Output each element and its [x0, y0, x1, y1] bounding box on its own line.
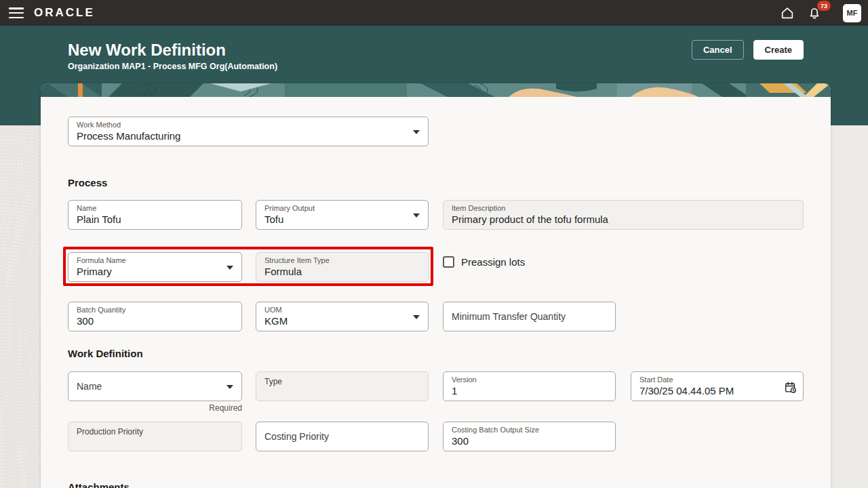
- user-avatar[interactable]: MF: [843, 4, 861, 22]
- work-method-select[interactable]: Work Method Process Manufacturing: [68, 117, 429, 146]
- notification-count-badge: 73: [817, 1, 831, 11]
- primary-output-select[interactable]: Primary Output Tofu: [256, 200, 429, 230]
- costing-priority-input[interactable]: Costing Priority: [256, 422, 429, 451]
- chevron-down-icon: [226, 385, 233, 389]
- start-date-input[interactable]: Start Date 7/30/25 04.44.05 PM: [631, 371, 804, 401]
- chevron-down-icon: [413, 315, 420, 319]
- form-area: Work Method Process Manufacturing Proces…: [41, 97, 831, 488]
- page-subtitle: Organization MAP1 - Process MFG Org(Auto…: [68, 62, 277, 71]
- process-section-heading: Process: [68, 177, 107, 188]
- production-priority-field: Production Priority: [68, 422, 242, 451]
- calendar-clock-icon[interactable]: [784, 381, 797, 396]
- hamburger-menu-icon[interactable]: [9, 7, 24, 18]
- work-definition-section-heading: Work Definition: [68, 348, 143, 359]
- preassign-lots-checkbox[interactable]: Preassign lots: [443, 256, 525, 268]
- batch-quantity-input[interactable]: Batch Quantity 300: [68, 302, 242, 331]
- minimum-transfer-quantity-input[interactable]: Minimum Transfer Quantity: [443, 302, 616, 331]
- create-button[interactable]: Create: [753, 40, 804, 60]
- work-definition-form-card: Work Method Process Manufacturing Proces…: [41, 83, 831, 488]
- required-hint: Required: [68, 403, 242, 413]
- formula-name-select[interactable]: Formula Name Primary: [68, 252, 242, 282]
- top-navigation-bar: ORACLE 73 MF: [0, 0, 868, 26]
- oracle-logo: ORACLE: [34, 6, 95, 20]
- cancel-button[interactable]: Cancel: [692, 40, 744, 60]
- chevron-down-icon: [413, 214, 420, 218]
- home-icon[interactable]: [779, 5, 795, 21]
- costing-batch-output-size-input[interactable]: Costing Batch Output Size 300: [443, 422, 616, 451]
- uom-select[interactable]: UOM KGM: [256, 302, 429, 331]
- process-name-input[interactable]: Name Plain Tofu: [68, 200, 242, 230]
- page-title: New Work Definition: [68, 41, 226, 60]
- chevron-down-icon: [413, 130, 420, 134]
- version-input[interactable]: Version 1: [443, 371, 616, 401]
- item-description-field: Item Description Primary product of the …: [443, 200, 804, 230]
- notifications-bell-icon[interactable]: 73: [806, 5, 823, 21]
- work-definition-name-select[interactable]: Name: [68, 371, 242, 401]
- banner-art: [41, 83, 831, 97]
- checkbox-unchecked-icon[interactable]: [443, 256, 454, 268]
- chevron-down-icon: [226, 266, 233, 270]
- attachments-section-heading: Attachments: [68, 481, 130, 488]
- type-field: Type: [256, 371, 429, 401]
- structure-item-type-field: Structure Item Type Formula: [256, 252, 429, 282]
